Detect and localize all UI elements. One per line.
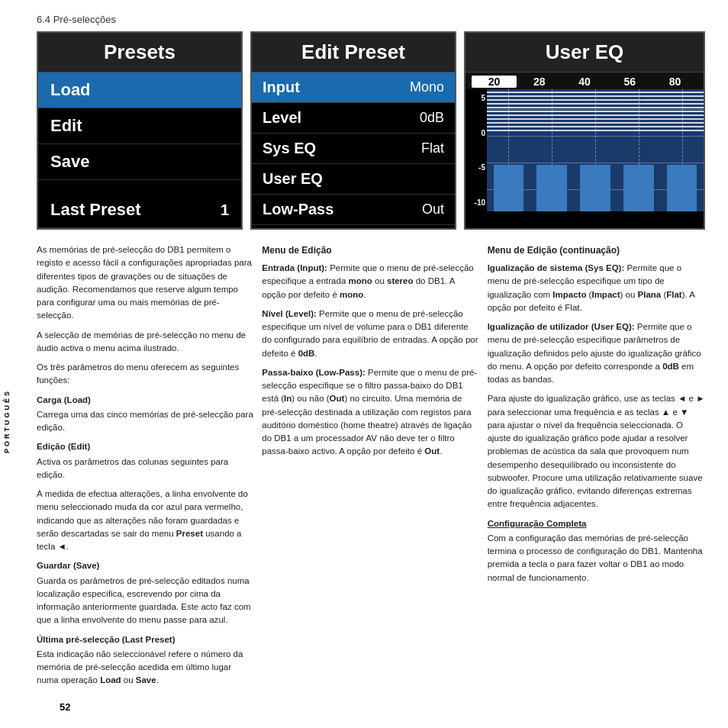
edit-input-label: Input [263,79,300,96]
text-col-3: Menu de Edição (continuação) Igualização… [488,243,705,694]
eq-freq-80[interactable]: 80 [652,76,697,88]
page-header: 6.4 Pré-selecções [14,0,728,31]
eq-bar-56 [623,165,654,211]
edit-lowpass-label: Low-Pass [263,201,333,218]
edit-item-lowpass[interactable]: Low-Pass Out [252,195,455,225]
preset-item-edit[interactable]: Edit [38,108,241,144]
eq-y-scale: 5 0 -5 -10 [465,89,487,211]
eq-col-20 [487,89,530,211]
edit-level-value: 0dB [420,110,444,126]
eq-bars-wrapper [487,89,704,211]
eq-panel-title: User EQ [465,33,704,72]
col1-p4: Carrega uma das cinco memórias de pré-se… [37,408,254,435]
preset-edit-label: Edit [50,116,82,136]
eq-bars [487,89,704,211]
eq-col-80 [660,89,704,211]
col2-p2: Nível (Level): Permite que o menu de pré… [262,308,479,360]
col1-p1: As memórias de pré-selecção do DB1 permi… [37,243,254,323]
edit-preset-panel: Edit Preset Input Mono Level 0dB Sys EQ … [250,31,456,230]
eq-bar-28 [536,165,567,211]
edit-item-input[interactable]: Input Mono [252,72,455,103]
col3-p1: Igualização de sistema (Sys EQ): Permite… [488,262,705,314]
eq-freq-56[interactable]: 56 [607,76,652,88]
col1-p8: Esta indicação não seleccionável refere … [37,648,254,688]
eq-freq-40[interactable]: 40 [562,76,607,88]
col2-p3: Passa-baixo (Low-Pass): Permite que o me… [262,366,479,459]
col1-p3: Os três parâmetros do menu oferecem as s… [37,361,254,388]
preset-item-lastpreset: Last Preset 1 [38,192,241,228]
bottom-text-area: As memórias de pré-selecção do DB1 permi… [37,243,705,694]
eq-freq-20[interactable]: 20 [472,76,517,88]
eq-graph: 5 0 -5 -10 [465,89,704,211]
eq-label-5: 5 [467,94,485,102]
col1-heading-load: Carga (Load) [37,394,254,407]
col1-p5: Activa os parâmetros das colunas seguint… [37,456,254,482]
col3-p3: Para ajuste do igualização gráfico, use … [488,392,705,511]
preset-save-label: Save [50,152,89,172]
page-number: 52 [37,694,705,720]
preset-item-load[interactable]: Load [38,72,241,108]
text-col-2: Menu de Edição Entrada (Input): Permite … [262,243,479,694]
col3-p4: Com a configuração das memórias de pré-s… [488,532,705,585]
preset-item-save[interactable]: Save [38,144,241,180]
col1-heading-lastpreset: Última pré-selecção (Last Preset) [37,633,254,646]
preset-load-label: Load [50,80,91,100]
col3-title: Menu de Edição (continuação) [488,243,705,257]
edit-input-value: Mono [410,79,444,95]
edit-item-level[interactable]: Level 0dB [252,103,455,134]
eq-bar-20 [494,165,524,211]
edit-item-syseq[interactable]: Sys EQ Flat [252,134,455,164]
col1-p6: À medida de efectua alterações, a linha … [37,488,254,553]
presets-title: Presets [38,33,241,72]
eq-label-neg5: -5 [467,163,485,172]
edit-item-usereq[interactable]: User EQ [252,164,455,195]
eq-col-40 [574,89,617,211]
text-col-1: As memórias de pré-selecção do DB1 permi… [37,243,254,694]
edit-lowpass-value: Out [422,201,444,217]
col1-p2: A selecção de memórias de pré-selecção n… [37,329,254,356]
col2-p1: Entrada (Input): Permite que o menu de p… [262,262,479,301]
col3-heading-config: Configuração Completa [488,517,705,530]
panels-row: Presets Load Edit Save Last Preset 1 [37,31,705,230]
eq-label-0: 0 [467,129,485,137]
user-eq-panel: User EQ 20 28 40 56 80 5 0 -5 -10 [464,31,705,230]
edit-syseq-value: Flat [421,140,444,156]
eq-freq-28[interactable]: 28 [517,76,562,88]
edit-syseq-label: Sys EQ [263,140,316,157]
edit-level-label: Level [263,109,301,127]
eq-col-28 [530,89,574,211]
sidebar-label: PORTUGUÊS [0,107,14,728]
col1-heading-edit: Edição (Edit) [37,440,254,453]
col2-title: Menu de Edição [262,243,479,257]
col1-p7: Guarda os parâmetros de pré-selecção edi… [37,575,254,627]
edit-preset-title: Edit Preset [252,33,455,72]
eq-col-56 [617,89,660,211]
presets-panel: Presets Load Edit Save Last Preset 1 [37,31,243,230]
eq-label-neg10: -10 [467,198,485,207]
eq-frequency-row: 20 28 40 56 80 [465,72,704,89]
preset-lastpreset-label: Last Preset [50,200,141,220]
eq-bar-80 [667,165,697,211]
edit-usereq-label: User EQ [263,170,323,188]
col3-p2: Igualização de utilizador (User EQ): Per… [488,321,705,386]
eq-bar-40 [580,165,610,211]
preset-lastpreset-value: 1 [221,201,229,219]
col1-heading-save: Guardar (Save) [37,559,254,572]
